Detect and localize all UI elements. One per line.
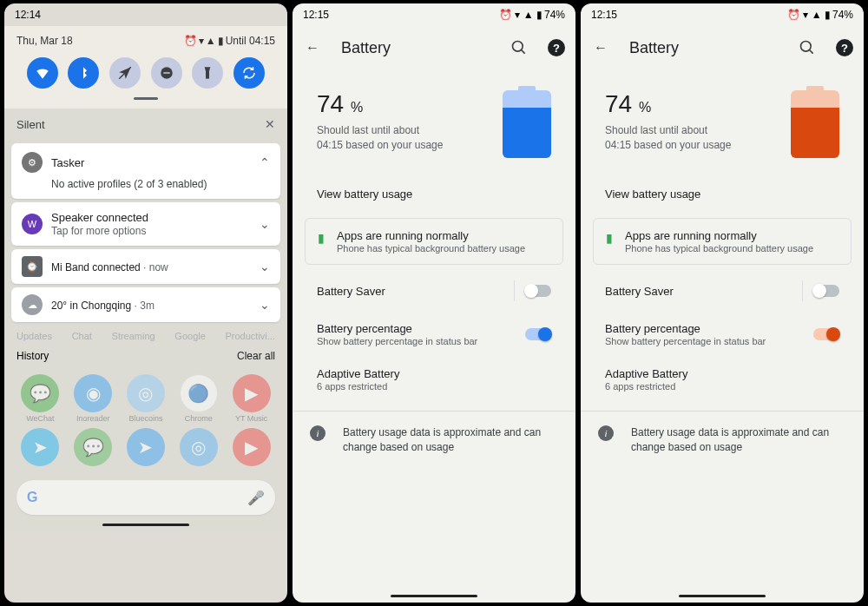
svg-rect-3: [206, 71, 209, 79]
view-usage-link[interactable]: View battery usage: [581, 175, 864, 213]
nav-handle[interactable]: [391, 595, 477, 597]
battery-percent: 74 %: [317, 90, 503, 118]
status-time: 12:15: [591, 9, 617, 21]
chevron-up-icon[interactable]: ⌃: [260, 155, 270, 169]
saver-toggle[interactable]: [525, 285, 551, 297]
until-text: Until 04:15: [226, 35, 275, 47]
telegram-icon[interactable]: ➤: [21, 428, 59, 466]
svg-point-5: [513, 42, 523, 52]
close-icon[interactable]: ✕: [265, 117, 275, 131]
info-icon: i: [310, 425, 326, 441]
battery-visual: [791, 90, 839, 158]
alarm-icon: ⏰: [184, 35, 197, 47]
flashlight-tile[interactable]: [192, 57, 223, 89]
app-icon[interactable]: ◎: [180, 428, 218, 466]
view-usage-link[interactable]: View battery usage: [293, 175, 575, 213]
battery-percentage-row[interactable]: Battery percentage Show battery percenta…: [581, 312, 864, 357]
battery-hero: 74 % Should last until about04:15 based …: [581, 64, 864, 175]
battery-hero: 74 % Should last until about04:15 based …: [293, 64, 575, 175]
search-icon[interactable]: [510, 38, 529, 57]
app-grid: 💬WeChat ◉Inoreader ◎Bluecoins 🔵Chrome ▶Y…: [4, 369, 287, 471]
svg-rect-2: [163, 72, 170, 74]
three-phone-layout: 12:14 Thu, Mar 18 ⏰ ▾ ▲ ▮ Until 04:15: [1, 3, 867, 603]
quick-settings-row: [16, 47, 275, 96]
status-icons: ⏰ ▾ ▲ ▮ 74%: [499, 9, 565, 21]
battery-visual: [503, 90, 551, 158]
apps-normal-card[interactable]: ▮ Apps are running normally Phone has ty…: [305, 218, 563, 265]
adaptive-battery-row[interactable]: Adaptive Battery 6 apps restricted: [293, 357, 575, 402]
chevron-down-icon[interactable]: ⌄: [260, 260, 270, 273]
saver-toggle[interactable]: [813, 285, 839, 297]
back-icon[interactable]: ←: [303, 38, 322, 57]
percentage-toggle[interactable]: [525, 328, 551, 340]
google-search-bar[interactable]: G 🎤: [16, 480, 275, 515]
signal-icon: ▲: [206, 35, 216, 47]
location-tile[interactable]: [109, 57, 141, 89]
notification-section: Silent ✕ ⚙ Tasker ⌃ No active profiles (…: [4, 109, 287, 531]
footer-note: i Battery usage data is approximate and …: [293, 412, 575, 469]
weather-icon: ☁: [22, 294, 43, 315]
wifi-tile[interactable]: [27, 57, 58, 89]
status-bar: 12:15 ⏰ ▾ ▲ ▮ 74%: [293, 3, 575, 26]
ytmusic-icon[interactable]: ▶: [233, 374, 271, 412]
app-icon[interactable]: ➤: [127, 428, 165, 466]
history-label[interactable]: History: [16, 350, 49, 362]
notif-weather[interactable]: ☁ 20° in Chongqing · 3m ⌄: [11, 287, 280, 322]
nav-handle[interactable]: [102, 524, 189, 526]
battery-ok-icon: ▮: [318, 231, 325, 245]
status-icons: ⏰ ▾ ▲ ▮ 74%: [787, 9, 853, 21]
adaptive-battery-row[interactable]: Adaptive Battery 6 apps restricted: [581, 357, 864, 402]
google-g-icon: G: [27, 490, 37, 505]
youtube-icon[interactable]: ▶: [233, 428, 271, 466]
rotate-tile[interactable]: [233, 57, 265, 89]
svg-line-8: [810, 50, 813, 54]
info-icon: i: [598, 425, 614, 441]
chevron-down-icon[interactable]: ⌄: [260, 298, 270, 312]
notif-tasker[interactable]: ⚙ Tasker ⌃ No active profiles (2 of 3 en…: [11, 143, 280, 199]
battery-percent: 74 %: [605, 90, 791, 118]
assistant-icon[interactable]: 🎤: [247, 490, 265, 506]
shade-date: Thu, Mar 18: [16, 35, 73, 47]
dnd-tile[interactable]: [151, 57, 182, 89]
percentage-toggle[interactable]: [813, 328, 839, 340]
battery-percentage-row[interactable]: Battery percentage Show battery percenta…: [293, 312, 575, 357]
chevron-down-icon[interactable]: ⌄: [260, 217, 270, 231]
chrome-icon[interactable]: 🔵: [180, 374, 218, 412]
silent-label: Silent: [16, 118, 45, 131]
wifi-icon: ▾: [199, 35, 204, 47]
shade-header: Thu, Mar 18 ⏰ ▾ ▲ ▮ Until 04:15: [4, 26, 287, 109]
shade-handle[interactable]: [134, 97, 158, 100]
app-bar: ← Battery ?: [293, 26, 575, 64]
apps-normal-card[interactable]: ▮ Apps are running normally Phone has ty…: [593, 218, 852, 265]
status-bar: 12:14: [4, 3, 287, 26]
back-icon[interactable]: ←: [591, 38, 610, 57]
help-icon[interactable]: ?: [548, 39, 565, 56]
battery-estimate: Should last until about04:15 based on yo…: [605, 123, 735, 153]
wechat-icon[interactable]: 💬: [21, 374, 59, 412]
status-bar: 12:15 ⏰ ▾ ▲ ▮ 74%: [581, 3, 864, 26]
notif-speaker[interactable]: W Speaker connected Tap for more options…: [11, 202, 280, 246]
phone-battery-blue: 12:15 ⏰ ▾ ▲ ▮ 74% ← Battery ? 74 % Shoul…: [293, 3, 575, 603]
search-icon[interactable]: [798, 38, 817, 57]
nav-handle[interactable]: [679, 595, 766, 597]
battery-estimate: Should last until about04:15 based on yo…: [317, 123, 447, 153]
battery-saver-row[interactable]: Battery Saver: [293, 270, 575, 312]
battery-icon: ▮: [218, 35, 224, 47]
app-icon[interactable]: 💬: [74, 428, 112, 466]
page-title: Battery: [629, 39, 779, 57]
svg-line-6: [522, 50, 525, 54]
app-bar: ← Battery ?: [581, 26, 864, 64]
homescreen-tabs: UpdatesChatStreamingGoogleProductivi...: [4, 326, 287, 346]
svg-marker-4: [205, 67, 211, 71]
inoreader-icon[interactable]: ◉: [74, 374, 112, 412]
clear-all-button[interactable]: Clear all: [237, 350, 275, 362]
bluetooth-tile[interactable]: [68, 57, 99, 89]
bluecoins-icon[interactable]: ◎: [127, 374, 165, 412]
help-icon[interactable]: ?: [836, 39, 853, 56]
speaker-icon: W: [22, 214, 43, 234]
phone-battery-orange: 12:15 ⏰ ▾ ▲ ▮ 74% ← Battery ? 74 % Shoul…: [581, 3, 864, 603]
notif-miband[interactable]: ⌚ Mi Band connected · now ⌄: [11, 249, 280, 284]
battery-saver-row[interactable]: Battery Saver: [581, 270, 864, 312]
status-icons: ⏰ ▾ ▲ ▮ Until 04:15: [184, 35, 275, 47]
tasker-icon: ⚙: [22, 152, 43, 173]
